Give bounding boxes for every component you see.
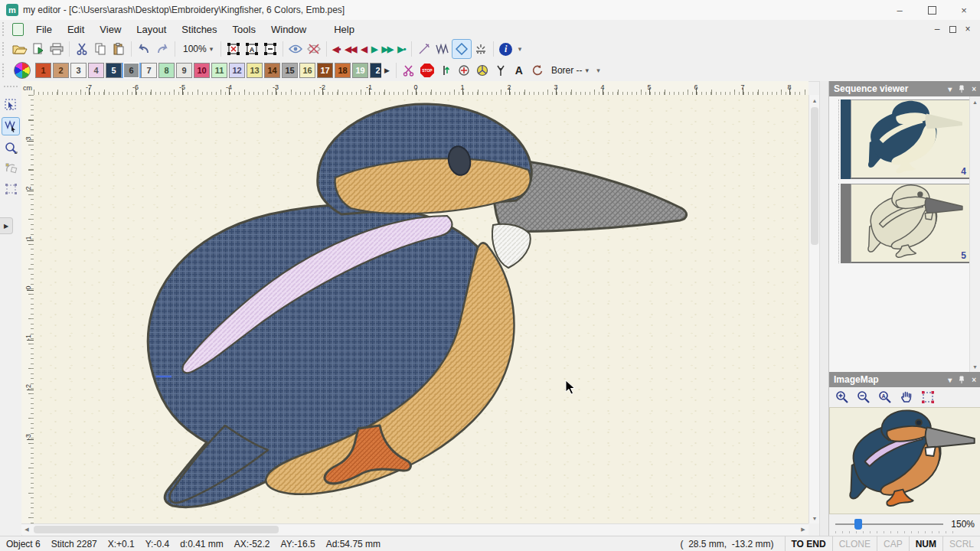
color-swatch-3[interactable]: 3 bbox=[70, 63, 87, 78]
status-toggle-num[interactable]: NUM bbox=[909, 536, 942, 551]
stop-button[interactable]: STOP bbox=[418, 61, 436, 80]
sequence-item-5[interactable]: 5 bbox=[831, 184, 970, 263]
needle-down-button[interactable] bbox=[492, 61, 510, 80]
toolbar-overflow-button[interactable]: ▾ bbox=[515, 45, 525, 53]
toolbar-grip[interactable] bbox=[2, 42, 8, 56]
imagemap-pan-button[interactable] bbox=[898, 390, 915, 405]
color-swatch-13[interactable]: 13 bbox=[247, 63, 263, 78]
borer-select[interactable]: Borer -- ▾ bbox=[547, 65, 593, 76]
sequence-scrollbar[interactable]: ▲ ▼ bbox=[969, 96, 980, 372]
color-swatch-14[interactable]: 14 bbox=[264, 63, 280, 78]
scroll-down-icon[interactable]: ▼ bbox=[970, 361, 980, 372]
color-swatch-7[interactable]: 7 bbox=[141, 63, 157, 78]
stitch-list-button[interactable] bbox=[433, 40, 452, 58]
sequence-thumbnail[interactable]: 4 bbox=[851, 99, 970, 179]
minimize-button[interactable]: – bbox=[884, 0, 916, 20]
menu-tools[interactable]: Tools bbox=[225, 21, 263, 37]
scroll-down-icon[interactable]: ▼ bbox=[809, 513, 820, 523]
color-swatch-16[interactable]: 16 bbox=[299, 63, 315, 78]
panel-dropdown-icon[interactable]: ▾ bbox=[948, 376, 952, 384]
vertical-scrollbar[interactable]: ▲ ▼ bbox=[808, 95, 820, 523]
rotate-button[interactable] bbox=[528, 61, 547, 80]
scroll-up-icon[interactable]: ▲ bbox=[809, 95, 820, 106]
color-swatch-10[interactable]: 10 bbox=[194, 63, 210, 78]
transform-tool-button[interactable] bbox=[2, 160, 19, 177]
color-swatch-5[interactable]: 5 bbox=[106, 63, 122, 78]
zoom-tool-button[interactable] bbox=[2, 139, 19, 156]
frame-a-button[interactable]: A bbox=[243, 40, 261, 58]
status-toggle-cap[interactable]: CAP bbox=[877, 536, 909, 551]
restore-button[interactable] bbox=[916, 0, 948, 20]
toolbar-grip[interactable] bbox=[2, 22, 8, 36]
horizontal-scrollbar[interactable]: ◀ ▶ bbox=[21, 523, 808, 535]
imagemap-preview[interactable] bbox=[829, 407, 980, 514]
measure-button[interactable] bbox=[415, 40, 433, 58]
panel-dropdown-icon[interactable]: ▾ bbox=[948, 85, 952, 93]
color-swatch-15[interactable]: 15 bbox=[282, 63, 298, 78]
frame-x-button[interactable] bbox=[224, 40, 243, 58]
undo-button[interactable] bbox=[135, 40, 153, 58]
menu-help[interactable]: Help bbox=[326, 21, 362, 37]
scroll-left-icon[interactable]: ◀ bbox=[21, 524, 32, 535]
status-toggle-to-end[interactable]: TO END bbox=[785, 536, 832, 551]
color-swatch-8[interactable]: 8 bbox=[158, 63, 175, 78]
last-stitch-button[interactable]: ▶• bbox=[395, 44, 407, 54]
color-swatch-1[interactable]: 1 bbox=[35, 63, 51, 78]
open-button[interactable] bbox=[11, 40, 29, 58]
mdi-restore-button[interactable] bbox=[945, 22, 960, 36]
zoom-level-select[interactable]: 100% ▾ bbox=[178, 42, 217, 56]
palette-scroll-button[interactable]: ▶ bbox=[381, 67, 393, 74]
zoom-slider-track[interactable] bbox=[835, 523, 943, 525]
menu-edit[interactable]: Edit bbox=[60, 21, 92, 37]
lettering-button[interactable]: A bbox=[510, 61, 528, 80]
frame-minus-button[interactable] bbox=[261, 40, 279, 58]
mdi-close-button[interactable]: × bbox=[960, 22, 975, 36]
stitch-edit-tool-button[interactable] bbox=[2, 117, 20, 135]
trim-button[interactable] bbox=[400, 61, 418, 80]
kingfisher-design[interactable] bbox=[34, 95, 808, 523]
hscroll-thumb[interactable] bbox=[34, 526, 279, 533]
select-tool-button[interactable] bbox=[2, 96, 19, 113]
color-swatch-6[interactable]: 6 bbox=[123, 63, 139, 78]
imagemap-zoom-in-button[interactable] bbox=[834, 390, 851, 405]
menu-stitches[interactable]: Stitches bbox=[174, 21, 224, 37]
first-stitch-button[interactable]: ◀• bbox=[330, 44, 342, 54]
zoom-slider-thumb[interactable] bbox=[854, 519, 862, 530]
scroll-up-icon[interactable]: ▲ bbox=[970, 96, 980, 107]
fast-forward-button[interactable]: ▶▶ bbox=[379, 44, 395, 54]
color-swatch-2[interactable]: 2 bbox=[53, 63, 69, 78]
color-swatch-11[interactable]: 11 bbox=[211, 63, 227, 78]
pie-button[interactable] bbox=[473, 61, 492, 80]
imagemap-frame-button[interactable] bbox=[920, 390, 936, 405]
color-wheel-icon[interactable] bbox=[14, 62, 31, 79]
shape-view-button[interactable] bbox=[452, 39, 472, 59]
pin-icon[interactable] bbox=[958, 376, 965, 384]
status-toggle-scrl[interactable]: SCRL bbox=[942, 536, 980, 551]
sequence-thumbnail[interactable]: 5 bbox=[851, 184, 970, 263]
color-swatch-18[interactable]: 18 bbox=[335, 63, 351, 78]
color-swatch-20[interactable]: 2 bbox=[370, 63, 381, 78]
cut-button[interactable] bbox=[73, 40, 91, 58]
toolbar-overflow-button[interactable]: ▾ bbox=[593, 67, 603, 74]
vscroll-thumb[interactable] bbox=[811, 107, 818, 245]
redo-button[interactable] bbox=[153, 40, 172, 58]
status-toggle-clone[interactable]: CLONE bbox=[832, 536, 877, 551]
color-swatch-9[interactable]: 9 bbox=[176, 63, 192, 78]
show-stitches-button[interactable] bbox=[286, 40, 305, 58]
needle-in-button[interactable] bbox=[436, 61, 455, 80]
menu-window[interactable]: Window bbox=[263, 21, 314, 37]
imagemap-zoom-actual-button[interactable]: A bbox=[877, 390, 893, 405]
menu-file[interactable]: File bbox=[28, 21, 60, 37]
toolbar-grip[interactable] bbox=[4, 86, 18, 90]
color-swatch-4[interactable]: 4 bbox=[88, 63, 104, 78]
imagemap-zoom-out-button[interactable] bbox=[855, 390, 872, 405]
sequence-item-4[interactable]: 4 bbox=[831, 99, 970, 179]
forward-stitch-button[interactable]: ▶ bbox=[369, 44, 379, 54]
panel-close-icon[interactable]: × bbox=[972, 376, 976, 384]
info-button[interactable]: i bbox=[497, 40, 515, 58]
color-swatch-17[interactable]: 17 bbox=[317, 63, 333, 78]
sidebar-collapse-button[interactable]: ▶ bbox=[0, 217, 13, 234]
toolbar-grip[interactable] bbox=[2, 64, 8, 77]
pin-icon[interactable] bbox=[958, 85, 965, 93]
color-swatch-19[interactable]: 19 bbox=[352, 63, 368, 78]
